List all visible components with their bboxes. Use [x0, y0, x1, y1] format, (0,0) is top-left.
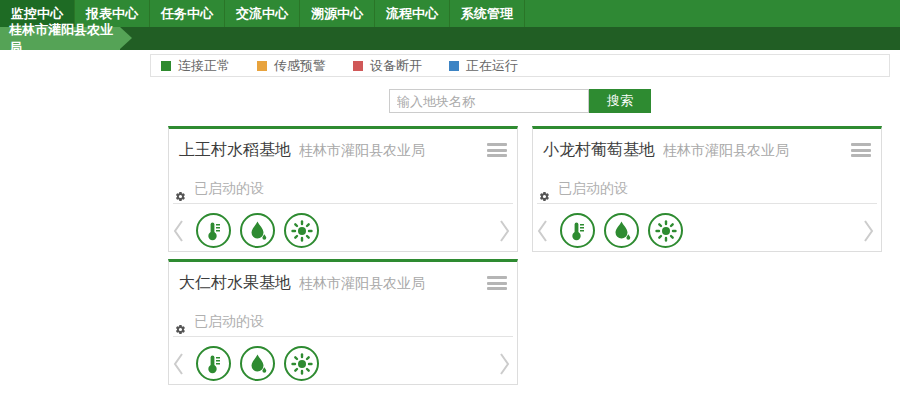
main-content: 连接正常 传感预警 设备断开 正在运行 搜索 上王村水稻基地 桂林市灌阳县农业局	[150, 50, 890, 385]
water-drop-icon[interactable]	[240, 213, 275, 248]
search-button[interactable]: 搜索	[589, 89, 651, 113]
base-title: 上王村水稻基地	[179, 140, 291, 161]
card-header: 小龙村葡萄基地 桂林市灌阳县农业局	[533, 129, 881, 161]
card-header: 大仁村水果基地 桂林市灌阳县农业局	[169, 262, 517, 294]
water-drop-icon[interactable]	[604, 213, 639, 248]
search-row: 搜索	[150, 89, 890, 113]
thermometer-icon[interactable]	[196, 213, 231, 248]
base-card-grid: 上王村水稻基地 桂林市灌阳县农业局 已启动的设	[150, 126, 890, 385]
base-card: 小龙村葡萄基地 桂林市灌阳县农业局 已启动的设	[532, 126, 882, 252]
water-drop-icon[interactable]	[240, 346, 275, 381]
base-title: 小龙村葡萄基地	[543, 140, 655, 161]
legend-swatch-orange	[257, 61, 267, 71]
nav-item-task-center[interactable]: 任务中心	[150, 0, 225, 27]
device-icon-row	[173, 213, 513, 248]
search-input[interactable]	[389, 89, 589, 113]
chevron-right-icon[interactable]	[863, 218, 874, 244]
device-row: 已启动的设	[173, 174, 513, 204]
chevron-left-icon[interactable]	[173, 351, 184, 377]
legend-swatch-green	[161, 61, 171, 71]
breadcrumb-bar: 桂林市灌阳县农业局	[0, 27, 900, 50]
legend-label: 设备断开	[370, 57, 422, 75]
nav-item-label: 交流中心	[236, 5, 288, 23]
started-devices-label: 已启动的设	[194, 313, 264, 331]
nav-item-communication-center[interactable]: 交流中心	[225, 0, 300, 27]
nav-item-process-center[interactable]: 流程中心	[375, 0, 450, 27]
device-icon-row	[173, 346, 513, 381]
top-nav-bar: 监控中心 报表中心 任务中心 交流中心 溯源中心 流程中心 系统管理	[0, 0, 900, 27]
gear-icon[interactable]	[539, 191, 550, 202]
device-icons	[196, 213, 319, 248]
base-title: 大仁村水果基地	[179, 273, 291, 294]
menu-icon[interactable]	[487, 143, 507, 160]
base-card: 大仁村水果基地 桂林市灌阳县农业局 已启动的设	[168, 259, 518, 385]
status-legend: 连接正常 传感预警 设备断开 正在运行	[150, 54, 890, 77]
nav-item-system-management[interactable]: 系统管理	[450, 0, 525, 27]
sun-icon[interactable]	[648, 213, 683, 248]
nav-item-traceability-center[interactable]: 溯源中心	[300, 0, 375, 27]
device-row: 已启动的设	[537, 174, 877, 204]
device-icons	[560, 213, 683, 248]
nav-item-label: 系统管理	[461, 5, 513, 23]
legend-label: 连接正常	[178, 57, 230, 75]
base-org: 桂林市灌阳县农业局	[299, 142, 487, 160]
device-row: 已启动的设	[173, 307, 513, 337]
gear-icon[interactable]	[175, 324, 186, 335]
nav-item-label: 流程中心	[386, 5, 438, 23]
started-devices-label: 已启动的设	[194, 180, 264, 198]
legend-item-connected: 连接正常	[161, 57, 230, 75]
chevron-right-icon[interactable]	[499, 351, 510, 377]
breadcrumb[interactable]: 桂林市灌阳县农业局	[0, 27, 120, 50]
thermometer-icon[interactable]	[560, 213, 595, 248]
base-org: 桂林市灌阳县农业局	[299, 275, 487, 293]
gear-icon[interactable]	[175, 191, 186, 202]
chevron-left-icon[interactable]	[537, 218, 548, 244]
legend-label: 正在运行	[466, 57, 518, 75]
base-org: 桂林市灌阳县农业局	[663, 142, 851, 160]
legend-item-disconnected: 设备断开	[353, 57, 422, 75]
legend-item-running: 正在运行	[449, 57, 518, 75]
chevron-right-icon[interactable]	[499, 218, 510, 244]
chevron-left-icon[interactable]	[173, 218, 184, 244]
breadcrumb-label: 桂林市灌阳县农业局	[9, 21, 114, 57]
thermometer-icon[interactable]	[196, 346, 231, 381]
breadcrumb-arrow	[120, 27, 132, 49]
sun-icon[interactable]	[284, 346, 319, 381]
menu-icon[interactable]	[487, 276, 507, 293]
sun-icon[interactable]	[284, 213, 319, 248]
device-icon-row	[537, 213, 877, 248]
nav-item-label: 溯源中心	[311, 5, 363, 23]
legend-label: 传感预警	[274, 57, 326, 75]
base-card: 上王村水稻基地 桂林市灌阳县农业局 已启动的设	[168, 126, 518, 252]
card-header: 上王村水稻基地 桂林市灌阳县农业局	[169, 129, 517, 161]
started-devices-label: 已启动的设	[558, 180, 628, 198]
legend-swatch-red	[353, 61, 363, 71]
legend-swatch-blue	[449, 61, 459, 71]
legend-item-sensor-warning: 传感预警	[257, 57, 326, 75]
device-icons	[196, 346, 319, 381]
menu-icon[interactable]	[851, 143, 871, 160]
nav-item-label: 任务中心	[161, 5, 213, 23]
